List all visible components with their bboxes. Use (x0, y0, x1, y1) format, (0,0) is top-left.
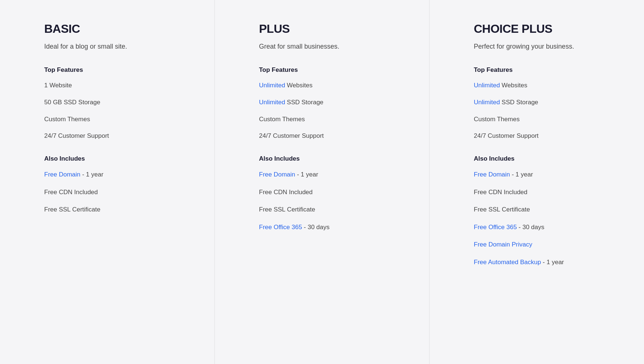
plan-plus-include-3: Free SSL Certificate (259, 205, 385, 214)
plan-plus-include-4: Free Office 365 - 30 days (259, 223, 385, 232)
plan-choice-plus-include-1: Free Domain - 1 year (474, 170, 600, 179)
plan-choice-plus-free-automated-backup-link[interactable]: Free Automated Backup (474, 259, 541, 266)
plan-basic-includes-title: Also Includes (44, 155, 170, 162)
plan-choice-plus-features-title: Top Features (474, 66, 600, 74)
plan-plus-free-domain-link[interactable]: Free Domain (259, 171, 295, 178)
plan-plus-features-title: Top Features (259, 66, 385, 74)
plan-plus-feature-1: Unlimited Websites (259, 81, 385, 90)
plan-basic-feature-3: Custom Themes (44, 115, 170, 124)
plan-plus-includes: Also Includes Free Domain - 1 year Free … (259, 155, 385, 232)
plan-plus-free-office365-link[interactable]: Free Office 365 (259, 224, 302, 231)
plan-plus-free-domain-rest: - 1 year (295, 171, 318, 178)
plan-plus-include-2: Free CDN Included (259, 188, 385, 197)
plan-basic-free-domain-rest: - 1 year (80, 171, 103, 178)
plan-choice-plus-includes: Also Includes Free Domain - 1 year Free … (474, 155, 600, 267)
plan-plus-includes-title: Also Includes (259, 155, 385, 162)
plan-choice-plus-include-4: Free Office 365 - 30 days (474, 223, 600, 232)
plan-basic: BASIC Ideal for a blog or small site. To… (0, 0, 215, 364)
plan-plus-free-office365-rest: - 30 days (302, 224, 330, 231)
plan-choice-plus-unlimited-websites-link: Unlimited (474, 82, 500, 89)
plan-basic-feature-4: 24/7 Customer Support (44, 132, 170, 140)
plan-plus-unlimited-websites-link: Unlimited (259, 82, 285, 89)
plan-basic-include-2: Free CDN Included (44, 188, 170, 197)
plan-plus: PLUS Great for small businesses. Top Fea… (215, 0, 430, 364)
plan-basic-tagline: Ideal for a blog or small site. (44, 42, 170, 52)
plan-basic-free-domain-link[interactable]: Free Domain (44, 171, 80, 178)
plan-basic-features-title: Top Features (44, 66, 170, 74)
plan-choice-plus-include-3: Free SSL Certificate (474, 205, 600, 214)
plan-plus-include-1: Free Domain - 1 year (259, 170, 385, 179)
plan-choice-plus-name: CHOICE PLUS (474, 22, 600, 36)
plan-plus-features: Top Features Unlimited Websites Unlimite… (259, 66, 385, 140)
plan-choice-plus-feature-1: Unlimited Websites (474, 81, 600, 90)
plan-plus-name: PLUS (259, 22, 385, 36)
plan-basic-includes: Also Includes Free Domain - 1 year Free … (44, 155, 170, 214)
plan-choice-plus-free-office365-link[interactable]: Free Office 365 (474, 224, 517, 231)
plan-basic-feature-1: 1 Website (44, 81, 170, 90)
plan-choice-plus-feature-4: 24/7 Customer Support (474, 132, 600, 140)
plan-basic-include-3: Free SSL Certificate (44, 205, 170, 214)
plan-plus-feature-3: Custom Themes (259, 115, 385, 124)
plans-container: BASIC Ideal for a blog or small site. To… (0, 0, 644, 364)
plan-choice-plus-feature-3: Custom Themes (474, 115, 600, 124)
plan-plus-unlimited-storage-link: Unlimited (259, 99, 285, 106)
plan-basic-name: BASIC (44, 22, 170, 36)
plan-choice-plus-free-office365-rest: - 30 days (517, 224, 545, 231)
plan-choice-plus: CHOICE PLUS Perfect for growing your bus… (430, 0, 644, 364)
plan-plus-feature-2: Unlimited SSD Storage (259, 98, 385, 107)
plan-plus-feature-4: 24/7 Customer Support (259, 132, 385, 140)
plan-basic-features: Top Features 1 Website 50 GB SSD Storage… (44, 66, 170, 140)
plan-basic-include-1: Free Domain - 1 year (44, 170, 170, 179)
plan-choice-plus-free-domain-rest: - 1 year (510, 171, 533, 178)
plan-choice-plus-include-6: Free Automated Backup - 1 year (474, 258, 600, 267)
plan-choice-plus-free-automated-backup-rest: - 1 year (541, 259, 564, 266)
plan-plus-tagline: Great for small businesses. (259, 42, 385, 52)
plan-choice-plus-free-domain-link[interactable]: Free Domain (474, 171, 510, 178)
plan-choice-plus-free-domain-privacy-link[interactable]: Free Domain Privacy (474, 241, 532, 248)
plan-choice-plus-tagline: Perfect for growing your business. (474, 42, 600, 52)
plan-choice-plus-include-5: Free Domain Privacy (474, 240, 600, 249)
plan-basic-feature-2: 50 GB SSD Storage (44, 98, 170, 107)
plan-choice-plus-include-2: Free CDN Included (474, 188, 600, 197)
plan-choice-plus-feature-2: Unlimited SSD Storage (474, 98, 600, 107)
plan-choice-plus-includes-title: Also Includes (474, 155, 600, 162)
plan-choice-plus-unlimited-storage-link: Unlimited (474, 99, 500, 106)
plan-choice-plus-features: Top Features Unlimited Websites Unlimite… (474, 66, 600, 140)
